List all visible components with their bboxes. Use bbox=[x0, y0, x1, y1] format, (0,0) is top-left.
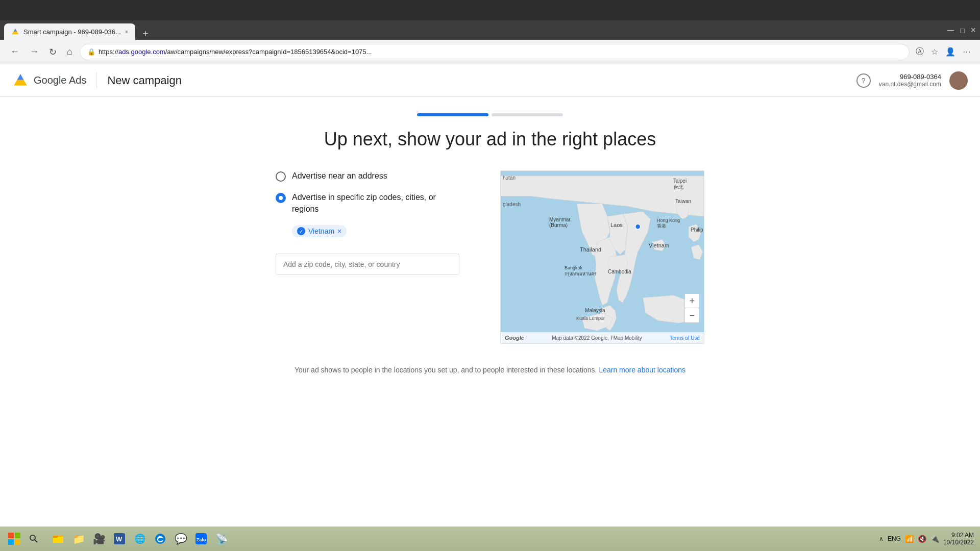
map-zoom-controls: + − bbox=[684, 293, 699, 323]
progress-step-2 bbox=[492, 113, 563, 116]
favorites-button[interactable]: ☆ bbox=[929, 45, 940, 59]
map-label-laos: Laos bbox=[610, 222, 623, 228]
taskbar-icon-3[interactable]: 🎥 bbox=[90, 530, 108, 548]
win-sq2 bbox=[15, 533, 20, 538]
active-tab[interactable]: Smart campaign - 969-089-036... × bbox=[4, 23, 135, 40]
map-label-bhutan: hutan bbox=[503, 175, 516, 181]
taskbar-edge-icon[interactable] bbox=[151, 530, 169, 548]
user-avatar[interactable] bbox=[949, 71, 968, 90]
taskbar-lang: ENG bbox=[888, 535, 901, 542]
user-id: 969-089-0364 bbox=[879, 73, 941, 81]
header-divider bbox=[96, 72, 97, 89]
back-button[interactable]: ← bbox=[7, 44, 22, 59]
taskbar-file-explorer[interactable] bbox=[49, 530, 67, 548]
taskbar-right: ∧ ENG 📶 🔇 🔌 9:02 AM 10/10/2022 bbox=[879, 532, 974, 546]
new-tab-button[interactable]: + bbox=[138, 28, 153, 40]
nav-bar: ← → ↻ ⌂ 🔒 https://ads.google.com/aw/camp… bbox=[0, 40, 980, 64]
extensions-button[interactable]: Ⓐ bbox=[914, 44, 926, 59]
taskbar-icon-4[interactable]: W bbox=[110, 530, 129, 548]
content-area: Advertise near an address Advertise in s… bbox=[133, 170, 847, 344]
taskbar-icon-last[interactable]: 📡 bbox=[212, 530, 231, 548]
left-panel: Advertise near an address Advertise in s… bbox=[276, 170, 459, 344]
tag-label: Vietnam bbox=[308, 227, 334, 235]
url-bar[interactable]: 🔒 https://ads.google.com/aw/campaigns/ne… bbox=[80, 44, 910, 60]
map-label-bangkok: Bangkokกรุงเทพมหานคร bbox=[565, 265, 597, 278]
svg-line-7 bbox=[35, 540, 37, 542]
map-label-malaysia: Malaysia bbox=[585, 308, 605, 313]
info-text: Your ad shows to people in the locations… bbox=[295, 366, 597, 374]
main-content: Up next, show your ad in the right place… bbox=[0, 97, 980, 454]
map-terms[interactable]: Terms of Use bbox=[670, 335, 700, 341]
forward-button[interactable]: → bbox=[27, 44, 42, 59]
taskbar-icon-5[interactable]: 🌐 bbox=[131, 530, 149, 548]
map-label-myanmar: Myanmar(Burma) bbox=[549, 217, 571, 228]
map-label-thailand: Thailand bbox=[580, 246, 601, 253]
win-sq1 bbox=[8, 533, 14, 538]
taskbar-battery: 🔌 bbox=[930, 535, 939, 543]
zoom-in-button[interactable]: + bbox=[685, 294, 699, 308]
radio-zip-city[interactable] bbox=[276, 193, 286, 203]
help-button[interactable]: ? bbox=[856, 73, 871, 88]
option-near-address[interactable]: Advertise near an address bbox=[276, 170, 459, 182]
info-section: Your ad shows to people in the locations… bbox=[0, 344, 980, 396]
taskbar-up-arrow[interactable]: ∧ bbox=[879, 535, 884, 542]
map-label-kuala-lumpur: Kuala Lumpur bbox=[576, 316, 605, 321]
taskbar-icon-zalo[interactable]: Zalo bbox=[192, 530, 210, 548]
tab-close-button[interactable]: × bbox=[125, 29, 128, 35]
ads-header: Google Ads New campaign ? 969-089-0364 v… bbox=[0, 64, 980, 97]
maximize-button[interactable]: □ bbox=[960, 27, 964, 35]
taskbar-time-display: 9:02 AM bbox=[943, 532, 974, 539]
tag-container: ✓ Vietnam × bbox=[292, 225, 459, 237]
taskbar: 📁 🎥 W 🌐 💬 Zalo 📡 ∧ ENG 📶 🔇 bbox=[0, 527, 980, 551]
lock-icon: 🔒 bbox=[87, 48, 95, 56]
map-label-cambodia: Cambodia bbox=[608, 269, 631, 274]
win-sq4 bbox=[15, 539, 20, 545]
page-title: New campaign bbox=[107, 74, 182, 87]
taskbar-clock[interactable]: 9:02 AM 10/10/2022 bbox=[943, 532, 974, 546]
option-zip-city[interactable]: Advertise in specific zip codes, cities,… bbox=[276, 192, 459, 215]
option-near-address-label: Advertise near an address bbox=[292, 170, 387, 182]
vietnam-tag[interactable]: ✓ Vietnam × bbox=[292, 225, 347, 237]
tab-favicon bbox=[11, 28, 19, 36]
more-button[interactable]: ⋯ bbox=[961, 45, 973, 59]
google-maps-logo: Google bbox=[505, 335, 524, 341]
minimize-button[interactable]: ─ bbox=[947, 25, 954, 36]
taskbar-icon-2[interactable]: 📁 bbox=[69, 530, 88, 548]
map-background: hutan gladesh Myanmar(Burma) Laos Thaila… bbox=[501, 171, 704, 343]
refresh-button[interactable]: ↻ bbox=[46, 44, 60, 60]
profile-button[interactable]: 👤 bbox=[943, 45, 958, 59]
taskbar-icon-skype[interactable]: 💬 bbox=[172, 530, 190, 548]
google-ads-icon bbox=[12, 72, 29, 89]
home-button[interactable]: ⌂ bbox=[64, 44, 76, 59]
map-container: hutan gladesh Myanmar(Burma) Laos Thaila… bbox=[500, 170, 704, 344]
tab-title: Smart campaign - 969-089-036... bbox=[23, 28, 121, 36]
word-icon: W bbox=[114, 533, 125, 544]
map-label-vietnam: Vietnam bbox=[649, 242, 669, 248]
progress-bar bbox=[417, 113, 563, 116]
svg-marker-1 bbox=[14, 29, 17, 32]
svg-marker-3 bbox=[17, 74, 24, 80]
header-right: ? 969-089-0364 van.nt.des@gmail.com bbox=[856, 71, 968, 90]
location-search-input[interactable] bbox=[276, 254, 459, 275]
tag-remove-button[interactable]: × bbox=[337, 227, 341, 235]
svg-text:Zalo: Zalo bbox=[197, 537, 206, 542]
map-label-philippines: Philip bbox=[691, 227, 703, 233]
zoom-out-button[interactable]: − bbox=[685, 308, 699, 322]
close-button[interactable]: × bbox=[970, 25, 976, 36]
nav-icons: Ⓐ ☆ 👤 ⋯ bbox=[914, 44, 973, 59]
taskbar-wifi: 📶 bbox=[905, 535, 914, 543]
learn-more-link[interactable]: Learn more about locations bbox=[599, 366, 685, 374]
zalo-icon: Zalo bbox=[195, 533, 207, 544]
map-footer: Google Map data ©2022 Google, TMap Mobil… bbox=[501, 332, 704, 343]
taskbar-search-button[interactable] bbox=[26, 531, 42, 547]
edge-icon bbox=[155, 533, 166, 544]
url-display: https://ads.google.com/aw/campaigns/new/… bbox=[99, 48, 372, 56]
win-sq3 bbox=[8, 539, 14, 545]
tag-check-icon: ✓ bbox=[297, 227, 305, 235]
start-button[interactable] bbox=[6, 531, 22, 547]
radio-near-address[interactable] bbox=[276, 171, 286, 182]
taskbar-app-icons: 📁 🎥 W 🌐 💬 Zalo 📡 bbox=[49, 530, 876, 548]
file-explorer-icon bbox=[52, 533, 64, 545]
browser-title-bar bbox=[0, 0, 980, 20]
user-info: 969-089-0364 van.nt.des@gmail.com bbox=[879, 73, 941, 88]
